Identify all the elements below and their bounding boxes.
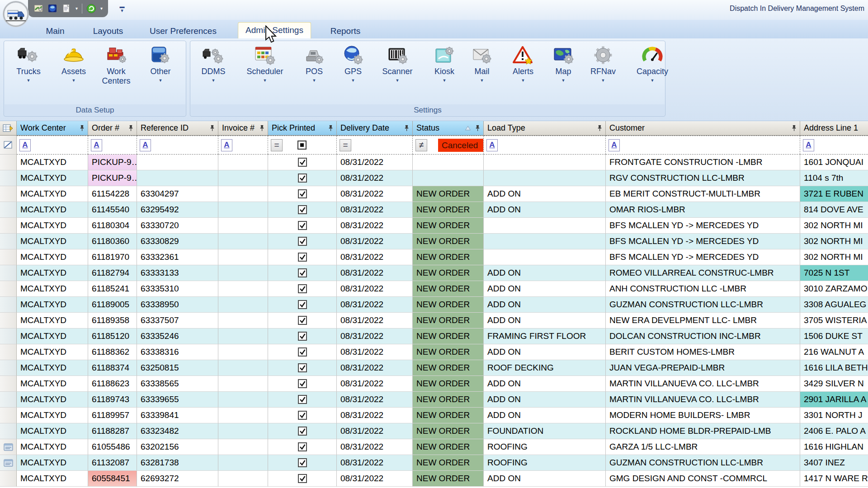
filter-type-button[interactable]: A <box>91 139 102 151</box>
row-indicator[interactable] <box>0 360 17 376</box>
cell-invoice-number[interactable] <box>218 328 268 344</box>
cell-work-center[interactable]: MCALTXYD <box>17 344 88 360</box>
header-cell-work-center[interactable]: Work Center <box>17 121 88 136</box>
header-cell-reference[interactable]: Reference ID <box>137 121 218 136</box>
cell-invoice-number[interactable] <box>218 471 268 487</box>
cell-address-line-1[interactable]: 3301 NORTH J <box>800 408 868 423</box>
cell-order-number[interactable]: 61154228 <box>88 186 137 202</box>
cell-work-center[interactable]: MCALTXYD <box>17 423 88 439</box>
cell-work-center[interactable]: MCALTXYD <box>17 281 88 297</box>
cell-reference-id[interactable]: 63250815 <box>137 360 218 376</box>
cell-work-center[interactable]: MCALTXYD <box>17 297 88 313</box>
cell-work-center[interactable]: MCALTXYD <box>17 439 88 455</box>
cell-reference-id[interactable]: 62693272 <box>137 471 218 487</box>
filter-operator-not-equals[interactable]: ≠ <box>415 139 427 151</box>
cell-reference-id[interactable]: 63281738 <box>137 455 218 471</box>
cell-load-type[interactable]: ROOFING <box>484 455 606 471</box>
ribbon-button-work-centers[interactable]: Work Centers <box>94 44 138 86</box>
tab-reports[interactable]: Reports <box>323 23 368 38</box>
cell-load-type[interactable]: ADD ON <box>484 392 606 408</box>
cell-order-number[interactable]: 61189743 <box>88 392 137 408</box>
row-indicator[interactable] <box>0 234 17 249</box>
cell-order-number[interactable]: 61055486 <box>88 439 137 455</box>
filter-cell-customer[interactable]: A <box>606 136 800 155</box>
ribbon-button-alerts[interactable]: Alerts▼ <box>501 44 545 83</box>
cell-order-number[interactable]: 61132087 <box>88 455 137 471</box>
cell-customer[interactable]: ANH CONSTRUCTION LLC -LMBR <box>606 281 800 297</box>
cell-work-center[interactable]: MCALTXYD <box>17 186 88 202</box>
row-indicator[interactable] <box>0 344 17 360</box>
cell-load-type[interactable]: ADD ON <box>484 344 606 360</box>
cell-reference-id[interactable]: 63335310 <box>137 281 218 297</box>
header-cell-status[interactable]: Status <box>413 121 484 136</box>
cell-status[interactable]: NEW ORDER <box>413 344 484 360</box>
cell-status[interactable]: NEW ORDER <box>413 392 484 408</box>
cell-order-number[interactable]: PICKUP-9… <box>88 170 137 186</box>
cell-work-center[interactable]: MCALTXYD <box>17 170 88 186</box>
filter-row-edit-icon[interactable] <box>0 136 17 155</box>
tab-user-preferences[interactable]: User Preferences <box>142 23 224 38</box>
cell-status[interactable]: NEW ORDER <box>413 234 484 249</box>
filter-cell-work-center[interactable]: A <box>17 136 88 155</box>
cell-status[interactable]: NEW ORDER <box>413 313 484 328</box>
filter-value[interactable]: Canceled <box>438 139 483 152</box>
cell-pick-printed-checkbox[interactable] <box>268 313 337 328</box>
app-logo-truck-icon[interactable] <box>3 1 29 27</box>
cell-address-line-1[interactable]: 1601 JONQUAI <box>800 155 868 170</box>
cell-delivery-date[interactable]: 08/31/2022 <box>337 249 413 265</box>
cell-status[interactable]: NEW ORDER <box>413 249 484 265</box>
cell-reference-id[interactable]: 63330720 <box>137 218 218 234</box>
cell-order-number[interactable]: 61181970 <box>88 249 137 265</box>
cell-delivery-date[interactable]: 08/31/2022 <box>337 328 413 344</box>
cell-work-center[interactable]: MCALTXYD <box>17 249 88 265</box>
cell-address-line-1[interactable]: 302 NORTH MI <box>800 234 868 249</box>
cell-order-number[interactable]: 61189957 <box>88 408 137 423</box>
ribbon-button-mail[interactable]: Mail▼ <box>460 44 504 83</box>
cell-order-number[interactable]: 61145540 <box>88 202 137 218</box>
cell-load-type[interactable] <box>484 234 606 249</box>
qat-dropdown-arrow-icon[interactable]: ▾ <box>100 6 103 11</box>
cell-delivery-date[interactable]: 08/31/2022 <box>337 313 413 328</box>
cell-delivery-date[interactable]: 08/31/2022 <box>337 360 413 376</box>
cell-load-type[interactable] <box>484 249 606 265</box>
cell-address-line-1[interactable]: 1506 DUKE ST <box>800 328 868 344</box>
ribbon-button-capacity[interactable]: Capacity▼ <box>631 44 674 83</box>
cell-customer[interactable]: RGV CONSTRUCTION LLC-LMBR <box>606 170 800 186</box>
cell-pick-printed-checkbox[interactable] <box>268 249 337 265</box>
header-cell-pick-printed[interactable]: Pick Printed <box>268 121 337 136</box>
filter-cell-delivery-date[interactable]: = <box>337 136 413 155</box>
cell-reference-id[interactable] <box>137 170 218 186</box>
pin-icon[interactable] <box>128 124 134 132</box>
cell-reference-id[interactable]: 63338316 <box>137 344 218 360</box>
header-cell-customer[interactable]: Customer <box>606 121 800 136</box>
cell-delivery-date[interactable]: 08/31/2022 <box>337 202 413 218</box>
cell-order-number[interactable]: 61188623 <box>88 376 137 392</box>
cell-delivery-date[interactable]: 08/31/2022 <box>337 408 413 423</box>
cell-customer[interactable]: GUZMAN CONSTRUCTION LLC-LMBR <box>606 455 800 471</box>
cell-order-number[interactable]: 61180360 <box>88 234 137 249</box>
cell-delivery-date[interactable]: 08/31/2022 <box>337 455 413 471</box>
cell-customer[interactable]: GMG DESIGN AND CONST -COMMRCL <box>606 471 800 487</box>
cell-customer[interactable]: GUZMAN CONSTRUCTION LLC-LMBR <box>606 297 800 313</box>
cell-reference-id[interactable]: 63333133 <box>137 265 218 281</box>
row-indicator[interactable] <box>0 281 17 297</box>
cell-work-center[interactable]: MCALTXYD <box>17 202 88 218</box>
filter-type-button[interactable]: A <box>221 139 232 151</box>
cell-delivery-date[interactable]: 08/31/2022 <box>337 155 413 170</box>
filter-type-button[interactable]: A <box>609 139 620 151</box>
filter-cell-order[interactable]: A <box>88 136 137 155</box>
cell-work-center[interactable]: MCALTXYD <box>17 155 88 170</box>
cell-address-line-1[interactable]: 3429 SILVER N <box>800 376 868 392</box>
cell-load-type[interactable] <box>484 218 606 234</box>
cell-reference-id[interactable]: 63295492 <box>137 202 218 218</box>
cell-invoice-number[interactable] <box>218 265 268 281</box>
filter-cell-pick-printed[interactable]: = <box>268 136 337 155</box>
cell-status[interactable]: NEW ORDER <box>413 202 484 218</box>
cell-address-line-1[interactable]: 3705 WISTERIA <box>800 313 868 328</box>
row-indicator[interactable] <box>0 423 17 439</box>
header-cell-order[interactable]: Order # <box>88 121 137 136</box>
cell-delivery-date[interactable]: 08/31/2022 <box>337 376 413 392</box>
cell-load-type[interactable]: ADD ON <box>484 281 606 297</box>
tab-main[interactable]: Main <box>38 23 71 38</box>
cell-address-line-1[interactable]: 302 NORTH MI <box>800 218 868 234</box>
